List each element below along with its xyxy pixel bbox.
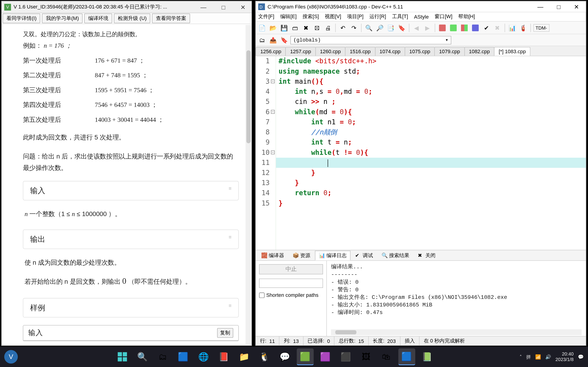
file-tab[interactable]: 1075.cpp: [405, 47, 435, 56]
goto-icon[interactable]: 📑: [386, 23, 396, 32]
tab-search-results[interactable]: 🔍搜索结果: [378, 250, 413, 260]
close-button[interactable]: ✕: [570, 3, 583, 10]
maximize-button[interactable]: □: [553, 3, 565, 10]
file-tab[interactable]: 1257.cpp: [285, 47, 316, 56]
scrollbar-thumb[interactable]: [246, 50, 251, 143]
find-icon[interactable]: 🔍: [364, 23, 373, 32]
code-area[interactable]: #include <bits/stdc++.h> using namespace…: [276, 56, 586, 250]
compiler-selector[interactable]: TDM-: [533, 24, 549, 31]
hamburger-icon[interactable]: ≡: [229, 234, 232, 244]
file-tab-active[interactable]: [*] 1083.cpp: [494, 47, 531, 56]
goto-class-icon[interactable]: 📤: [268, 35, 278, 45]
menu-file[interactable]: 文件[F]: [258, 13, 274, 20]
tab-compiler[interactable]: 🧱编译器: [258, 250, 288, 260]
rebuild-icon[interactable]: [471, 23, 480, 32]
shorten-paths-checkbox[interactable]: Shorten compiler paths: [259, 292, 323, 298]
file-tab[interactable]: 1082.cpp: [464, 47, 494, 56]
forward-icon[interactable]: ▶: [423, 23, 432, 32]
menu-astyle[interactable]: AStyle: [414, 14, 429, 20]
copy-button[interactable]: 复制: [217, 328, 233, 338]
bookmark2-icon[interactable]: 🔖: [279, 35, 289, 45]
input-method-icon[interactable]: 拼: [526, 354, 531, 360]
explorer-icon[interactable]: 📁: [236, 348, 253, 365]
clock[interactable]: 20:40 2023/1/8: [555, 351, 573, 362]
close-file-icon[interactable]: ✖: [301, 23, 311, 32]
scrollbar[interactable]: [246, 25, 251, 344]
file-tab[interactable]: 1074.cpp: [375, 47, 405, 56]
search-icon[interactable]: 🔍: [134, 348, 151, 365]
devcpp-taskbar-icon[interactable]: 🟦: [398, 348, 415, 365]
compile-env-button[interactable]: 编译环境: [84, 14, 112, 23]
task-view-icon[interactable]: 🗂: [154, 348, 171, 365]
hamburger-icon[interactable]: ≡: [229, 186, 232, 196]
save-icon[interactable]: 💾: [279, 23, 289, 32]
section-output[interactable]: 输出 ≡: [23, 229, 239, 249]
section-sample[interactable]: 样例 ≡: [23, 298, 239, 317]
menu-search[interactable]: 搜索[S]: [303, 13, 319, 20]
start-button[interactable]: V: [4, 350, 18, 364]
tab-close[interactable]: ✖关闭: [414, 250, 439, 260]
close-all-icon[interactable]: ⛝: [312, 23, 322, 32]
compile-icon[interactable]: [438, 23, 447, 32]
tab-resources[interactable]: 📦资源: [289, 250, 314, 260]
start-menu-icon[interactable]: [114, 348, 131, 365]
problem-window-titlebar[interactable]: V V 1.6 User_ID:35946(老师)/2023-01-08 20:…: [2, 1, 251, 13]
profile-icon[interactable]: 📊: [508, 23, 517, 32]
menu-tools[interactable]: 工具[T]: [392, 13, 408, 20]
menu-view[interactable]: 视图[V]: [325, 13, 341, 20]
app-icon[interactable]: 🟪: [317, 348, 334, 365]
horizontal-scrollbar[interactable]: [331, 329, 582, 335]
filter-input[interactable]: [259, 279, 323, 288]
menu-help[interactable]: 帮助[H]: [458, 13, 475, 20]
maximize-button[interactable]: □: [218, 4, 229, 10]
store-icon[interactable]: 🛍: [378, 348, 395, 365]
shorten-checkbox[interactable]: [259, 292, 265, 298]
close-button[interactable]: ✕: [237, 4, 249, 10]
menu-edit[interactable]: 编辑[E]: [280, 13, 296, 20]
section-input[interactable]: 输入 ≡: [23, 181, 239, 200]
debug-icon[interactable]: ✔: [482, 23, 491, 32]
stop-icon[interactable]: ✖: [493, 23, 502, 32]
save-all-icon[interactable]: 🗃: [290, 23, 300, 32]
app-icon[interactable]: 🟩: [296, 348, 313, 365]
file-tab[interactable]: 1260.cpp: [315, 47, 346, 56]
check-update-button[interactable]: 检测升级 (U): [114, 14, 150, 23]
app-icon[interactable]: 📕: [215, 348, 232, 365]
hamburger-icon[interactable]: ≡: [229, 303, 232, 313]
scrollbar-thumb[interactable]: [335, 330, 356, 334]
volume-icon[interactable]: 🔊: [545, 354, 551, 360]
view-details-button[interactable]: 看同学详情(I): [2, 14, 40, 23]
tray-chevron-icon[interactable]: ˄: [519, 354, 522, 360]
problem-content[interactable]: 又双。处理的刀公定：该数加上已的颠倒数, 例如： n = 176 ； 第一次处理…: [4, 25, 249, 344]
menu-window[interactable]: 窗口[W]: [435, 13, 452, 20]
menu-project[interactable]: 项目[P]: [347, 13, 363, 20]
view-answers-button[interactable]: 查看同学答案: [152, 14, 190, 23]
redo-icon[interactable]: ↷: [349, 23, 359, 32]
terminal-icon[interactable]: ⬛: [337, 348, 354, 365]
my-study-button[interactable]: 我的学习单(M): [42, 14, 83, 23]
new-file-icon[interactable]: 📄: [258, 23, 267, 32]
widgets-icon[interactable]: 🟦: [174, 348, 191, 365]
wifi-icon[interactable]: 📶: [535, 354, 541, 360]
devcpp-titlebar[interactable]: D C:\Program Files (x86)\NOI\35946\1083.…: [256, 1, 586, 12]
system-tray[interactable]: ˄ 拼 📶 🔊 20:40 2023/1/8 💬: [519, 351, 584, 362]
run-icon[interactable]: [449, 23, 458, 32]
abort-button[interactable]: 中止: [259, 264, 323, 274]
scope-combo[interactable]: (globals) ▾: [290, 36, 451, 44]
tab-debug[interactable]: ✔调试: [351, 250, 377, 260]
open-file-icon[interactable]: 📂: [268, 23, 278, 32]
replace-icon[interactable]: 🔎: [375, 23, 384, 32]
file-tab[interactable]: 1516.cpp: [345, 47, 375, 56]
print-icon[interactable]: 🖨: [323, 23, 333, 32]
notifications-icon[interactable]: 💬: [578, 354, 584, 360]
edge-icon[interactable]: 🌐: [195, 348, 212, 365]
new-class-icon[interactable]: 🗂: [258, 35, 267, 45]
bookmark-icon[interactable]: 🔖: [397, 23, 406, 32]
tab-compile-log[interactable]: 📊编译日志: [315, 250, 351, 260]
wechat-icon[interactable]: 💬: [276, 348, 293, 365]
code-editor[interactable]: 123−45 6−78910− 1112131415 #include <bit…: [256, 56, 586, 250]
back-icon[interactable]: ◀: [412, 23, 421, 32]
menu-run[interactable]: 运行[R]: [369, 13, 386, 20]
file-tab[interactable]: 1256.cpp: [256, 47, 286, 56]
compile-run-icon[interactable]: [460, 23, 469, 32]
